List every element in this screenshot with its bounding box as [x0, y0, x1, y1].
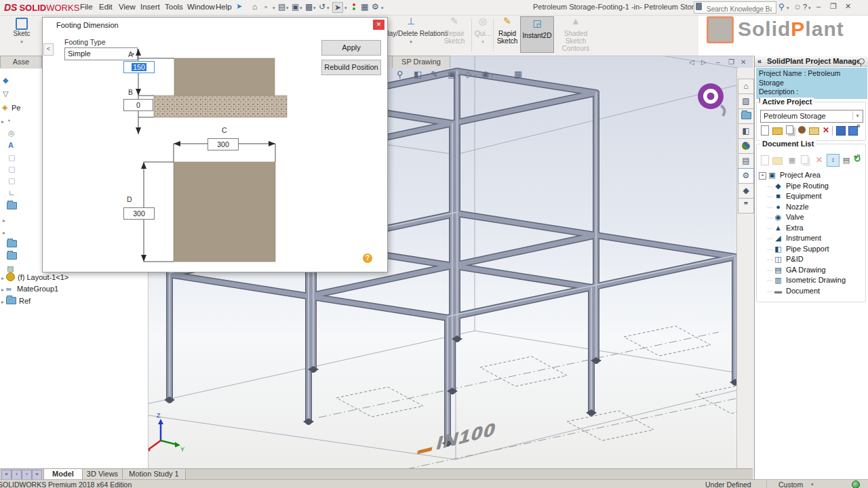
panel-pin-icon[interactable]	[859, 58, 865, 64]
doc-tree-item-valve[interactable]: ⋯◉Valve	[767, 213, 804, 224]
print-icon[interactable]: ▩	[305, 2, 313, 12]
active-project-more-button[interactable]: »	[856, 122, 861, 129]
pane-next-icon[interactable]: ▷	[701, 58, 707, 66]
help-button[interactable]: ?	[803, 3, 807, 11]
tab-motion-study[interactable]: Motion Study 1	[122, 469, 186, 480]
tree-item-ref[interactable]: ▸Ref	[1, 297, 31, 307]
repair-sketch-button[interactable]: ✎ Repair Sketch	[437, 15, 471, 45]
print-caret-icon[interactable]: ▾	[313, 5, 316, 11]
history-folder-icon[interactable]: ◔	[6, 117, 11, 125]
dim-c-input[interactable]: 300	[208, 138, 239, 150]
sketch-button[interactable]: Sketc ▾	[3, 15, 41, 45]
instant2d-button[interactable]: ◲ Instant2D	[520, 16, 554, 53]
tab-sp-drawing[interactable]: SP Drawing	[392, 56, 450, 68]
pane-previous-icon[interactable]: ◁	[689, 58, 694, 66]
doc-tree-item-pid[interactable]: ⋯◫P&ID	[767, 255, 804, 266]
undo-icon[interactable]: ↺	[319, 2, 326, 12]
user-icon[interactable]: ☺	[793, 2, 802, 12]
menu-view[interactable]: View	[119, 3, 136, 11]
save-icon[interactable]: ▣	[292, 2, 299, 12]
appearances-scenes-icon[interactable]	[738, 138, 754, 154]
delete-project-icon[interactable]: ✕	[821, 125, 831, 135]
viewport-close-icon[interactable]: ✕	[741, 58, 746, 66]
view-orientation-icon[interactable]: ▣	[448, 69, 456, 79]
new-project-icon[interactable]	[760, 125, 770, 135]
tree-item-layout[interactable]: ▸(f) Layout-1<1>	[1, 272, 68, 283]
doc-open-icon[interactable]	[772, 155, 782, 165]
doc-delete-icon[interactable]: ✕	[814, 155, 824, 165]
undo-caret-icon[interactable]: ▾	[327, 5, 330, 11]
view-palette-icon[interactable]: ◧	[738, 123, 754, 139]
folder-icon[interactable]	[7, 202, 17, 209]
component-icon[interactable]: ▢	[8, 165, 15, 174]
component-icon[interactable]: ▢	[8, 176, 15, 185]
pin-menu-icon[interactable]: ➤	[236, 2, 242, 11]
viewport-restore-icon[interactable]: ❐	[728, 58, 734, 66]
folder-icon[interactable]	[7, 252, 17, 260]
copy-project-icon[interactable]	[785, 125, 794, 135]
panel-collapse-button[interactable]: «	[757, 56, 762, 66]
tab-scroll-prev-button[interactable]: ‹	[12, 470, 22, 480]
dim-a-input[interactable]: 150	[123, 61, 155, 73]
view-orientation-caret-icon[interactable]: ▾	[457, 73, 460, 79]
expand-plus-icon[interactable]: +	[759, 172, 766, 180]
assembly-root-label[interactable]: Pe	[12, 104, 20, 114]
annotations-icon[interactable]: A	[8, 141, 14, 149]
shaded-sketch-contours-button[interactable]: ▲ Shaded Sketch Contours	[555, 15, 597, 52]
select-cursor-icon[interactable]: ➤	[332, 2, 343, 13]
viewport-minimize-icon[interactable]: –	[716, 58, 720, 66]
tab-scroll-last-button[interactable]: »	[32, 470, 42, 480]
zoom-fit-icon[interactable]: ⚲	[397, 69, 403, 79]
document-list-more-button[interactable]: »	[856, 152, 861, 159]
component-icon[interactable]: ▢	[8, 153, 15, 162]
doc-tree-item-project-area[interactable]: +▣Project Area	[759, 171, 821, 182]
home-icon[interactable]: ⌂	[252, 2, 257, 12]
tab-scroll-next-button[interactable]: ›	[22, 470, 32, 480]
open-file-caret-icon[interactable]: ▾	[286, 5, 289, 11]
tab-scroll-first-button[interactable]: «	[1, 470, 12, 480]
export-project-icon[interactable]	[809, 125, 818, 135]
restore-button[interactable]: ❐	[830, 2, 837, 11]
menu-insert[interactable]: Insert	[140, 3, 160, 11]
sensors-icon[interactable]: ◎	[8, 129, 15, 138]
doc-tree-item-document[interactable]: ⋯▬Document	[767, 287, 820, 298]
doc-properties-icon[interactable]	[760, 155, 770, 165]
display-style-caret-icon[interactable]: ▾	[474, 73, 477, 79]
folder-icon[interactable]	[7, 240, 17, 247]
doc-stack-icon[interactable]	[800, 155, 809, 165]
active-project-select[interactable]: Petroleum Storage ▾	[760, 110, 863, 123]
filter-icon[interactable]: ▽	[3, 89, 8, 98]
doc-tree-item-pipe-support[interactable]: ⋯◧Pipe Support	[767, 245, 829, 256]
knowledge-search[interactable]	[694, 1, 776, 14]
expand-icon[interactable]: ▸	[1, 119, 4, 125]
resources-home-icon[interactable]: ⌂	[738, 79, 754, 94]
expand-icon[interactable]: ▸	[3, 230, 5, 236]
origin-icon[interactable]: ∟	[8, 188, 16, 197]
solidplant-machine-icon[interactable]: ⚙	[738, 168, 754, 184]
doc-sort-toggle[interactable]: ↕	[827, 154, 840, 167]
minimize-button[interactable]: –	[816, 2, 821, 10]
design-library-icon[interactable]: ▧	[738, 94, 754, 109]
search-caret-icon[interactable]: ▾	[787, 5, 789, 11]
custom-properties-icon[interactable]: ▤	[738, 153, 754, 169]
doc-tree-item-instrument[interactable]: ⋯◢Instrument	[767, 234, 821, 245]
units-globe-icon[interactable]	[852, 481, 860, 488]
open-project-icon[interactable]	[772, 125, 782, 135]
measure-icon[interactable]: ✎	[431, 69, 438, 79]
expand-icon[interactable]: ▸	[3, 218, 5, 224]
assembly-root-icon[interactable]: ◈	[2, 103, 7, 112]
scene-icon[interactable]: ▦	[514, 69, 522, 79]
options-gear-icon[interactable]: ⚙	[372, 2, 379, 12]
tab-assembly[interactable]: Asse	[0, 56, 42, 68]
forum-chat-icon[interactable]: ❞	[738, 198, 754, 214]
search-magnifier-icon[interactable]: ⚲	[778, 2, 785, 12]
close-button[interactable]: ✕	[845, 2, 851, 11]
dialog-help-button[interactable]: ?	[363, 253, 372, 263]
menu-window[interactable]: Window	[187, 3, 215, 11]
select-caret-icon[interactable]: ▾	[344, 5, 347, 11]
save-caret-icon[interactable]: ▾	[300, 5, 302, 11]
menu-file[interactable]: File	[80, 3, 93, 11]
doc-tree-item-isometric-drawing[interactable]: ⋯▥Isometric Drawing	[767, 276, 846, 287]
save-project-icon[interactable]	[836, 125, 846, 135]
doc-tree-item-extra[interactable]: ⋯▲Extra	[767, 224, 804, 235]
